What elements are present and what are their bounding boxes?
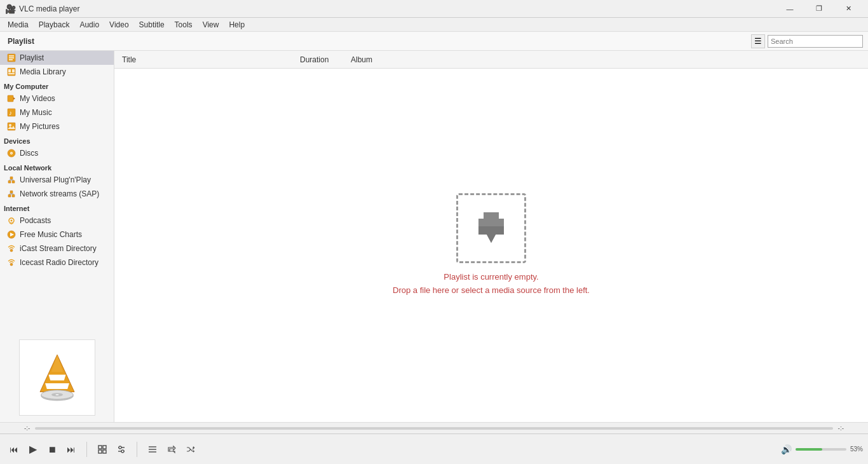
- menu-tools[interactable]: Tools: [170, 19, 198, 31]
- playback-mode-controls: [144, 440, 200, 458]
- menu-help[interactable]: Help: [224, 19, 250, 31]
- svg-marker-40: [45, 383, 69, 389]
- sidebar-item-discs[interactable]: Discs: [0, 146, 114, 160]
- next-button[interactable]: ⏭: [62, 440, 80, 458]
- sidebar-item-free-music-charts[interactable]: Free Music Charts: [0, 228, 114, 242]
- free-music-charts-icon: [6, 229, 17, 240]
- seekbar-area: -:- -:-: [0, 422, 868, 433]
- sidebar-item-my-pictures-label: My Pictures: [20, 122, 60, 131]
- col-header-title[interactable]: Title: [117, 55, 295, 64]
- playlist-section-title: Playlist: [3, 37, 751, 46]
- svg-rect-27: [10, 191, 13, 193]
- volume-icon[interactable]: 🔊: [781, 444, 792, 454]
- internet-section: Internet: [0, 201, 114, 214]
- svg-point-56: [121, 450, 124, 453]
- upnp-icon: [6, 175, 17, 185]
- svg-marker-61: [193, 450, 194, 453]
- my-computer-section: My Computer: [0, 79, 114, 92]
- sidebar-item-media-library[interactable]: Media Library: [0, 65, 114, 79]
- svg-rect-19: [12, 181, 15, 183]
- close-button[interactable]: ✕: [834, 0, 863, 18]
- fullscreen-button[interactable]: [93, 440, 111, 458]
- devices-section: Devices: [0, 133, 114, 146]
- controls-separator-2: [137, 442, 137, 457]
- svg-rect-26: [12, 194, 15, 197]
- menu-video[interactable]: Video: [104, 19, 133, 31]
- svg-text:♪: ♪: [9, 109, 12, 116]
- menu-playback[interactable]: Playback: [34, 19, 75, 31]
- svg-rect-8: [8, 95, 13, 102]
- minimize-button[interactable]: —: [775, 0, 804, 18]
- sidebar-item-icast[interactable]: iCast Stream Directory: [0, 242, 114, 256]
- vlc-thumbnail: [19, 339, 95, 416]
- transport-controls: ⏮ ▶ ⏹ ⏭: [5, 440, 80, 458]
- sidebar-item-media-library-label: Media Library: [20, 67, 66, 76]
- sidebar-item-upnp-label: Universal Plug'n'Play: [20, 175, 91, 184]
- svg-rect-49: [98, 446, 102, 449]
- svg-point-37: [10, 263, 13, 266]
- local-network-section: Local Network: [0, 160, 114, 173]
- svg-rect-51: [98, 450, 102, 453]
- content-area: Playlist Media Library My Computer My Vi…: [0, 51, 868, 422]
- sidebar-item-upnp[interactable]: Universal Plug'n'Play: [0, 173, 114, 187]
- svg-marker-48: [478, 226, 504, 243]
- sidebar-item-discs-label: Discs: [20, 149, 38, 158]
- svg-rect-7: [8, 73, 15, 74]
- extended-settings-button[interactable]: [112, 440, 130, 458]
- svg-rect-5: [8, 69, 11, 72]
- seek-time-left: -:-: [19, 425, 35, 432]
- volume-slider[interactable]: [796, 448, 846, 451]
- play-button[interactable]: ▶: [24, 440, 42, 458]
- menu-audio[interactable]: Audio: [74, 19, 104, 31]
- view-toggle-button[interactable]: ☰: [751, 34, 765, 48]
- stop-button[interactable]: ⏹: [43, 440, 61, 458]
- menu-view[interactable]: View: [198, 19, 224, 31]
- sidebar: Playlist Media Library My Computer My Vi…: [0, 51, 114, 422]
- svg-rect-50: [103, 446, 106, 449]
- sidebar-item-sap-label: Network streams (SAP): [20, 189, 99, 198]
- playlist-area: Title Duration Album Playlist is current…: [114, 51, 868, 422]
- sidebar-item-podcasts[interactable]: Podcasts: [0, 214, 114, 228]
- empty-line1: Playlist is currently empty.: [393, 271, 590, 284]
- col-header-album[interactable]: Album: [346, 55, 865, 64]
- col-header-duration[interactable]: Duration: [295, 55, 346, 64]
- playlist-toolbar: Playlist ☰: [0, 32, 868, 51]
- download-arrow-icon: [469, 206, 513, 250]
- discs-icon: [6, 148, 17, 158]
- sidebar-item-icast-label: iCast Stream Directory: [20, 244, 97, 253]
- shuffle-icon: [186, 445, 195, 454]
- menu-subtitle[interactable]: Subtitle: [134, 19, 170, 31]
- svg-marker-9: [13, 97, 15, 100]
- sidebar-item-playlist-label: Playlist: [20, 53, 44, 62]
- sidebar-item-icecast[interactable]: Icecast Radio Directory: [0, 256, 114, 270]
- repeat-button[interactable]: [163, 440, 180, 458]
- maximize-button[interactable]: ❐: [804, 0, 834, 18]
- main-area: Playlist ☰ Playlist Me: [0, 32, 868, 464]
- svg-marker-39: [48, 375, 65, 381]
- icast-icon: [6, 243, 17, 254]
- sidebar-item-sap[interactable]: Network streams (SAP): [0, 187, 114, 201]
- sliders-icon: [117, 445, 126, 454]
- podcasts-icon: [6, 215, 17, 226]
- my-pictures-icon: [6, 121, 17, 132]
- sidebar-item-my-pictures[interactable]: My Pictures: [0, 119, 114, 133]
- search-input[interactable]: [768, 35, 863, 48]
- previous-button[interactable]: ⏮: [5, 440, 23, 458]
- volume-fill: [796, 448, 822, 451]
- svg-rect-6: [12, 69, 15, 72]
- svg-point-13: [9, 124, 11, 126]
- sidebar-item-my-music[interactable]: ♪ My Music: [0, 106, 114, 119]
- seekbar[interactable]: [35, 427, 832, 430]
- playlist-view-button[interactable]: [144, 440, 161, 458]
- drop-zone-icon: [456, 193, 526, 263]
- menu-media[interactable]: Media: [3, 19, 34, 31]
- titlebar: 🎥 VLC media player — ❐ ✕: [0, 0, 868, 18]
- svg-point-33: [11, 220, 13, 222]
- vlc-cone-image: [29, 349, 86, 406]
- sidebar-item-my-videos[interactable]: My Videos: [0, 92, 114, 106]
- controls-bar: ⏮ ▶ ⏹ ⏭ 🔊: [0, 433, 868, 464]
- shuffle-button[interactable]: [182, 440, 200, 458]
- sidebar-item-playlist[interactable]: Playlist: [0, 51, 114, 65]
- svg-rect-20: [10, 177, 13, 179]
- repeat-icon: [167, 445, 176, 454]
